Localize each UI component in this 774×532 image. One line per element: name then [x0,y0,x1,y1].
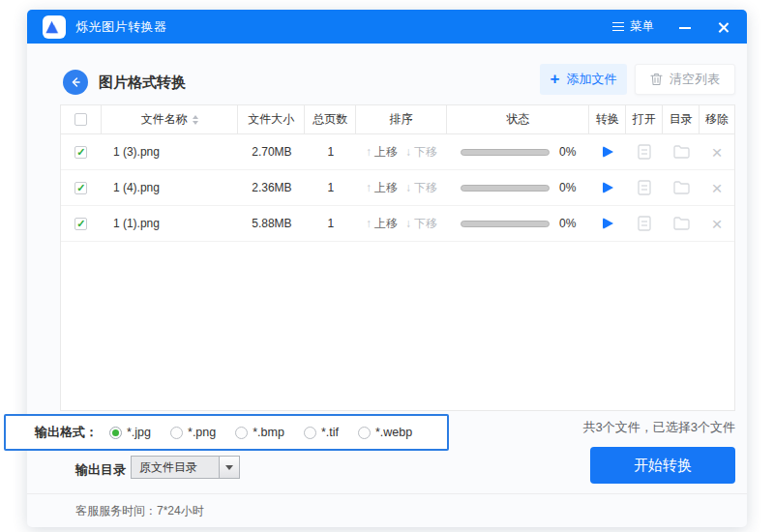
table-row: ✓ 1 (3).png 2.70MB 1 ↑ 上移 ↓ 下移 0% [61,134,734,170]
remove-icon[interactable]: × [711,215,722,233]
close-button[interactable] [716,19,731,35]
titlebar: 烁光图片转换器 菜单 [27,10,747,44]
clear-list-label: 清空列表 [670,71,720,88]
hamburger-icon [612,22,624,32]
arrow-down-icon: ↓ [405,181,411,194]
open-file-icon[interactable] [638,216,651,231]
app-logo-icon [43,15,66,39]
column-directory: 目录 [663,105,700,133]
move-up-button[interactable]: ↑ 上移 [366,144,405,161]
row-checkbox[interactable]: ✓ [74,146,87,159]
plus-icon: + [551,71,560,87]
progress-percent: 0% [559,145,576,159]
folder-icon[interactable] [673,145,690,159]
output-dir-select[interactable]: 原文件目录 [131,456,240,479]
file-size: 5.88MB [239,206,306,241]
convert-play-button[interactable] [603,146,613,158]
header-checkbox-cell [61,105,102,133]
column-pages: 总页数 [305,105,356,133]
row-checkbox[interactable]: ✓ [74,218,87,230]
format-radio-option[interactable]: *.tif [304,426,339,439]
column-remove: 移除 [700,105,734,133]
add-files-label: 添加文件 [566,71,616,88]
row-checkbox[interactable]: ✓ [74,182,87,194]
table-row: ✓ 1 (4).png 2.36MB 1 ↑ 上移 ↓ 下移 0% [61,170,734,206]
sort-icon[interactable] [193,115,198,125]
convert-play-button[interactable] [603,182,613,193]
radio-icon [109,427,122,439]
column-status: 状态 [447,105,590,133]
menu-button[interactable]: 菜单 [612,18,654,35]
move-up-button[interactable]: ↑ 上移 [366,180,405,196]
progress-percent: 0% [559,181,576,194]
format-radio-option[interactable]: *.webp [358,426,412,439]
footer-divider [27,493,747,494]
table-header: 文件名称 文件大小 总页数 排序 状态 转换 打开 目录 移除 [61,105,734,134]
progress-bar [461,221,550,227]
arrow-up-icon: ↑ [366,145,372,159]
column-convert: 转换 [589,105,626,133]
trash-icon [650,73,663,86]
radio-icon [235,427,248,439]
folder-icon[interactable] [673,217,690,230]
file-size: 2.36MB [239,170,306,205]
arrow-up-icon: ↑ [366,217,372,230]
file-name: 1 (3).png [102,134,239,169]
table-row: ✓ 1 (1).png 5.88MB 1 ↑ 上移 ↓ 下移 0% [61,206,734,242]
format-radio-option[interactable]: *.png [170,426,216,439]
service-hours-text: 客服服务时间：7*24小时 [75,503,204,519]
dropdown-arrow-button[interactable] [219,457,239,478]
format-options: *.jpg *.png *.bmp *.tif *.webp [109,426,412,439]
move-down-button[interactable]: ↓ 下移 [405,216,437,232]
format-radio-option[interactable]: *.jpg [109,426,151,439]
back-button[interactable] [63,70,88,95]
screenshot-canvas: 烁光图片转换器 菜单 图片格式转换 + 添加文件 [0,0,774,532]
arrow-down-icon: ↓ [405,217,411,230]
convert-play-button[interactable] [603,218,613,229]
page-title: 图片格式转换 [99,74,186,92]
add-files-button[interactable]: + 添加文件 [540,64,627,95]
page-count: 1 [305,170,356,205]
minimize-button[interactable] [677,19,693,35]
output-dir-label: 输出目录： [75,461,138,479]
app-title: 烁光图片转换器 [75,18,167,36]
move-down-button[interactable]: ↓ 下移 [405,180,437,196]
select-all-checkbox[interactable] [74,113,87,126]
file-count-summary: 共3个文件，已选择3个文件 [583,419,735,436]
clear-list-button[interactable]: 清空列表 [635,64,735,95]
open-file-icon[interactable] [638,144,651,160]
minimize-icon [679,27,691,29]
progress-bar [461,149,550,156]
page-count: 1 [305,206,356,241]
move-up-button[interactable]: ↑ 上移 [366,216,405,232]
start-convert-button[interactable]: 开始转换 [590,447,735,484]
column-file-name: 文件名称 [102,105,239,133]
arrow-up-icon: ↑ [366,181,372,194]
column-file-size: 文件大小 [238,105,305,133]
progress-percent: 0% [559,217,576,230]
move-down-button[interactable]: ↓ 下移 [405,144,437,161]
file-table: 文件名称 文件大小 总页数 排序 状态 转换 打开 目录 移除 ✓ 1 (3).… [60,104,735,411]
arrow-down-icon: ↓ [405,145,411,159]
arrow-left-icon [69,75,82,89]
column-open: 打开 [626,105,663,133]
file-name: 1 (4).png [102,170,239,205]
format-radio-option[interactable]: *.bmp [235,426,284,439]
output-format-highlight: 输出格式： *.jpg *.png *.bmp *.tif *.webp [4,414,449,451]
output-dir-value: 原文件目录 [132,457,219,478]
file-name: 1 (1).png [102,206,239,241]
page-count: 1 [305,134,356,169]
radio-icon [170,427,183,439]
open-file-icon[interactable] [638,180,651,195]
radio-icon [304,427,316,439]
column-order: 排序 [356,105,447,133]
titlebar-controls: 菜单 [612,18,731,35]
table-body: ✓ 1 (3).png 2.70MB 1 ↑ 上移 ↓ 下移 0% [61,134,734,242]
radio-icon [358,427,371,439]
folder-icon[interactable] [673,181,690,194]
progress-bar [461,185,550,192]
remove-icon[interactable]: × [711,143,722,162]
remove-icon[interactable]: × [711,179,722,197]
chevron-down-icon [225,465,233,470]
menu-label: 菜单 [630,18,654,35]
